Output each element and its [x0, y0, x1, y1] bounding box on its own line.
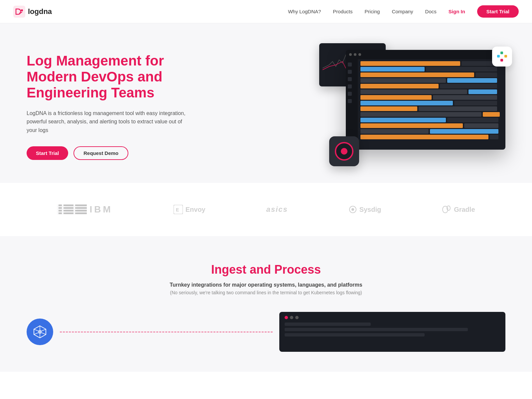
log-segment — [360, 106, 417, 111]
log-segment — [360, 101, 453, 105]
terminal-dot-gray-1 — [290, 316, 293, 319]
svg-line-35 — [42, 329, 46, 331]
envoy-logo-svg: E — [174, 205, 183, 214]
navbar-start-trial-button[interactable]: Start Trial — [477, 5, 519, 18]
log-segment — [454, 101, 497, 105]
log-row — [360, 89, 503, 94]
log-segment — [490, 135, 498, 139]
svg-rect-6 — [500, 55, 503, 58]
sysdig-logo-svg — [349, 205, 357, 213]
svg-rect-24 — [77, 210, 87, 211]
hero-buttons: Start Trial Request Demo — [27, 146, 193, 160]
log-segment — [447, 78, 497, 83]
log-segment — [475, 72, 497, 77]
hero-section: Log Management for Modern DevOps and Eng… — [0, 23, 532, 183]
navbar-nav: Why LogDNA? Products Pricing Company Doc… — [288, 5, 519, 18]
slack-svg — [496, 50, 508, 63]
svg-line-36 — [42, 333, 46, 334]
log-segment — [360, 72, 474, 77]
log-segment — [360, 118, 446, 122]
log-segment — [360, 84, 439, 88]
nav-why-logdna[interactable]: Why LogDNA? — [288, 9, 321, 14]
envoy-label: Envoy — [186, 206, 205, 213]
svg-rect-18 — [65, 207, 73, 209]
log-row — [360, 61, 503, 66]
dash-dot-3 — [358, 53, 361, 56]
log-row — [360, 135, 503, 139]
log-row — [360, 118, 503, 122]
hero-request-demo-button[interactable]: Request Demo — [73, 146, 128, 160]
svg-rect-2 — [497, 55, 500, 58]
logo-gradle: Gradle — [442, 205, 475, 214]
hero-start-trial-button[interactable]: Start Trial — [27, 146, 68, 160]
dashboard-content — [346, 59, 505, 150]
kubernetes-svg — [33, 325, 47, 339]
nav-company[interactable]: Company — [392, 9, 413, 14]
svg-rect-25 — [77, 212, 87, 214]
log-segment — [360, 89, 467, 94]
svg-rect-17 — [65, 204, 73, 206]
ingest-note: (No seriously, we're talking two command… — [27, 290, 505, 295]
logo-asics: asics — [266, 205, 288, 214]
log-segment — [360, 135, 488, 139]
dashboard-card — [346, 50, 505, 150]
log-segment — [447, 118, 498, 122]
sidebar-item-1 — [348, 63, 352, 66]
logo-envoy: E Envoy — [174, 205, 205, 214]
log-row — [360, 72, 503, 77]
ingest-bottom — [27, 312, 505, 352]
log-segment — [360, 67, 425, 71]
log-segment — [433, 95, 497, 100]
gauge-circle — [335, 142, 353, 161]
svg-rect-19 — [65, 210, 73, 211]
terminal-lines — [285, 323, 500, 336]
sidebar-item-3 — [348, 77, 352, 81]
log-row — [360, 78, 503, 83]
sidebar-item-4 — [348, 84, 352, 88]
log-viewer — [358, 59, 505, 150]
ibm-logo-svg — [57, 203, 87, 216]
logdna-logo-icon — [13, 6, 25, 18]
svg-rect-12 — [59, 204, 62, 206]
svg-rect-3 — [500, 52, 503, 54]
dash-dot-2 — [354, 53, 356, 56]
nav-docs[interactable]: Docs — [425, 9, 437, 14]
ingest-section: Ingest and Process Turnkey integrations … — [0, 236, 532, 372]
log-segment — [483, 112, 500, 117]
hero-content: Log Management for Modern DevOps and Eng… — [27, 53, 193, 160]
slack-integration-icon — [492, 47, 512, 66]
log-row — [360, 67, 503, 71]
sidebar-item-6 — [348, 99, 352, 103]
sign-in-link[interactable]: Sign In — [449, 9, 465, 14]
gauge-icon — [329, 136, 359, 166]
terminal-line-2 — [285, 328, 468, 331]
sysdig-label: Sysdig — [359, 206, 381, 213]
terminal-dot-red — [285, 316, 288, 319]
logos-section: IBM E Envoy asics Sysdig Gradle — [0, 183, 532, 236]
log-segment — [468, 89, 497, 94]
log-segment — [464, 123, 498, 128]
nav-products[interactable]: Products — [333, 9, 352, 14]
log-segment — [360, 95, 432, 100]
logo-link[interactable]: logdna — [13, 6, 52, 18]
dashed-connection-line — [60, 332, 273, 332]
sidebar-item-2 — [348, 70, 352, 74]
gradle-label: Gradle — [454, 206, 475, 213]
svg-rect-13 — [59, 207, 62, 209]
svg-point-33 — [38, 330, 42, 334]
dash-dot-1 — [349, 53, 352, 56]
log-row — [360, 84, 503, 88]
dashboard-topbar — [346, 50, 505, 59]
log-row — [360, 129, 503, 134]
sidebar-item-5 — [348, 92, 352, 96]
navbar: logdna Why LogDNA? Products Pricing Comp… — [0, 0, 532, 23]
terminal-line-1 — [285, 323, 371, 326]
log-row — [360, 123, 503, 128]
hero-description: LogDNA is a frictionless log management … — [27, 109, 193, 135]
gradle-logo-svg — [442, 205, 451, 214]
nav-pricing[interactable]: Pricing — [365, 9, 380, 14]
terminal-dot-gray-2 — [295, 316, 299, 319]
log-segment — [462, 61, 497, 66]
svg-rect-15 — [59, 212, 62, 214]
ingest-title: Ingest and Process — [27, 263, 505, 277]
